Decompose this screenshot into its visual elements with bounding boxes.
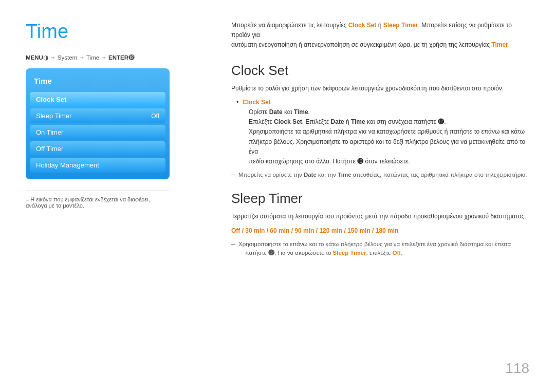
clock-set-note: Μπορείτε να ορίσετε την Date και την Tim…: [231, 171, 529, 179]
menu-item-label: Sleep Timer: [36, 112, 71, 120]
sleep-timer-desc: Τερματίζει αυτόματα τη λειτουργία του πρ…: [231, 212, 529, 221]
menu-item-label: Clock Set: [36, 96, 66, 103]
menu-item-on-timer[interactable]: On Timer: [30, 125, 165, 140]
left-column: Time MENU◑ → System → Time → ENTER⓬ Time…: [26, 21, 216, 371]
intro-text: Μπορείτε να διαμορφώσετε τις λειτουργίες…: [231, 21, 529, 50]
clock-set-title: Clock Set: [231, 63, 529, 79]
menu-panel: Time Clock Set Sleep Timer Off On Timer …: [26, 68, 170, 179]
menu-panel-title: Time: [26, 73, 170, 90]
sub-line-1: Ορίστε Date και Time.: [249, 107, 529, 117]
bullet-sub-content: Ορίστε Date και Time. Επιλέξτε Clock Set…: [243, 107, 529, 166]
sub-line-3: Χρησιμοποιήστε τα αριθμητικά πλήκτρα για…: [249, 127, 529, 166]
sub-line-2: Επιλέξτε Clock Set. Επιλέξτε Date ή Time…: [249, 117, 529, 127]
footnote: – Η εικόνα που εμφανίζεται ενδέχεται να …: [26, 196, 170, 209]
menu-item-off-timer[interactable]: Off Timer: [30, 141, 165, 156]
sleep-timer-section: Sleep Timer Τερματίζει αυτόματα τη λειτο…: [231, 191, 529, 257]
menu-item-clock-set[interactable]: Clock Set: [30, 92, 165, 107]
menu-item-label: On Timer: [36, 128, 63, 136]
page-title: Time: [26, 21, 200, 43]
menu-item-sleep-timer[interactable]: Sleep Timer Off: [30, 108, 165, 123]
right-column: Μπορείτε να διαμορφώσετε τις λειτουργίες…: [216, 21, 529, 371]
sleep-timer-options: Off / 30 min / 60 min / 90 min / 120 min…: [231, 226, 529, 236]
menu-item-label: Holiday Management: [36, 161, 99, 169]
clock-set-bullets: Clock Set Ορίστε Date και Time. Επιλέξτε…: [236, 98, 529, 166]
menu-path: MENU◑ → System → Time → ENTER⓬: [26, 54, 200, 61]
menu-item-label: Off Timer: [36, 145, 63, 153]
clock-set-desc: Ρυθμίστε το ρολόι για χρήση των διάφορων…: [231, 84, 529, 94]
sleep-timer-title: Sleep Timer: [231, 191, 529, 207]
sleep-timer-note: Χρησιμοποιήστε το επάνω και το κάτω πλήκ…: [231, 240, 529, 258]
page-container: Time MENU◑ → System → Time → ENTER⓬ Time…: [0, 0, 555, 392]
divider: [26, 191, 170, 191]
bullet-label: Clock Set: [243, 99, 271, 106]
menu-item-holiday-management[interactable]: Holiday Management: [30, 158, 165, 173]
bullet-clock-set: Clock Set Ορίστε Date και Time. Επιλέξτε…: [236, 98, 529, 166]
page-number: 118: [505, 360, 529, 377]
menu-item-value: Off: [151, 113, 159, 120]
